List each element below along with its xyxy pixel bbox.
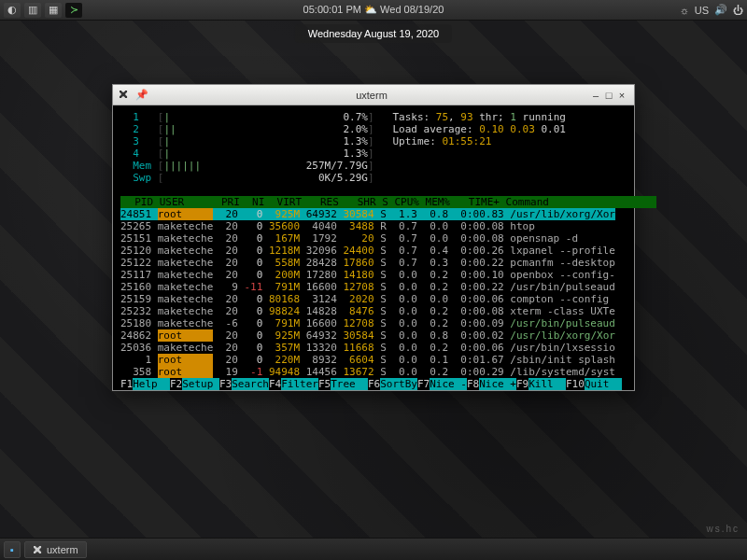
terminal-content[interactable]: 1 [| 0.7%] Tasks: 75, 93 thr; 1 running … — [113, 105, 634, 390]
minimize-button[interactable]: – — [589, 90, 602, 101]
pin-icon[interactable]: 📌 — [135, 89, 148, 101]
window-title: uxterm — [154, 90, 589, 101]
menu-icon[interactable]: ◐ — [4, 3, 21, 18]
window-titlebar[interactable]: 🗙 📌 uxterm – □ × — [113, 85, 634, 105]
files-icon[interactable]: ▥ — [24, 3, 41, 18]
show-desktop-button[interactable]: ▪ — [4, 541, 21, 558]
app-icon: 🗙 — [119, 89, 132, 102]
taskbar-item-uxterm[interactable]: 🗙 uxterm — [24, 541, 87, 558]
terminal-icon[interactable]: ≻ — [65, 3, 82, 18]
close-button[interactable]: × — [615, 90, 628, 101]
date-overlay: Wednesday August 19, 2020 — [295, 24, 452, 43]
volume-icon[interactable]: 🔊 — [714, 4, 727, 16]
uxterm-window[interactable]: 🗙 📌 uxterm – □ × 1 [| 0.7%] Tasks: 75, 9… — [112, 84, 635, 391]
maximize-button[interactable]: □ — [602, 90, 615, 101]
watermark: ws.hc — [706, 524, 740, 534]
keyboard-layout[interactable]: US — [695, 5, 709, 16]
clock-date: Wed 08/19/20 — [380, 4, 444, 15]
taskbar-app-icon: 🗙 — [33, 544, 43, 555]
clock-time: 05:00:01 PM — [303, 4, 361, 15]
panel-clock: 05:00:01 PM ⛅ Wed 08/19/20 — [0, 4, 747, 16]
weather-icon: ⛅ — [364, 4, 380, 15]
tray-icon[interactable]: ☼ — [680, 5, 689, 16]
power-icon[interactable]: ⏻ — [733, 5, 743, 16]
taskbar-item-label: uxterm — [47, 544, 78, 555]
top-panel: ◐ ▥ ▦ ≻ 05:00:01 PM ⛅ Wed 08/19/20 ☼ US … — [0, 0, 747, 21]
taskbar: ▪ 🗙 uxterm — [0, 538, 747, 560]
browser-icon[interactable]: ▦ — [45, 3, 62, 18]
